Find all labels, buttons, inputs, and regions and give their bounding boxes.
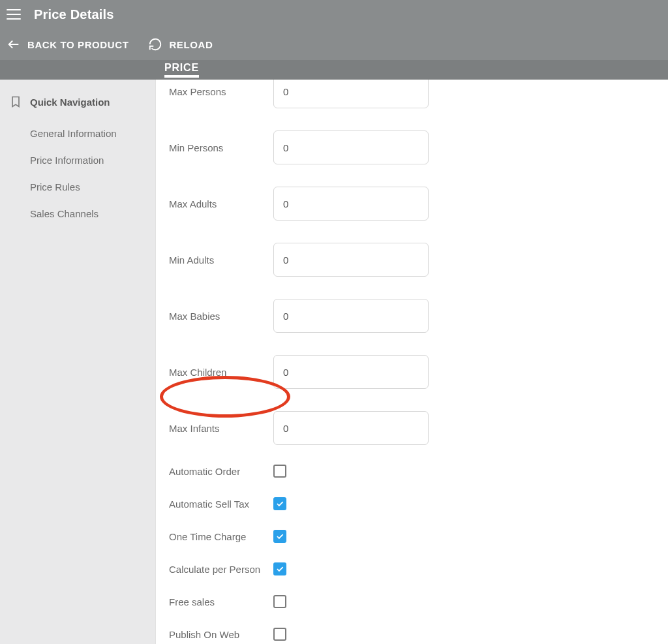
sidebar-item-general-information[interactable]: General Information	[9, 120, 149, 147]
back-button[interactable]: BACK TO PRODUCT	[7, 37, 129, 52]
app-header: Price Details	[0, 0, 668, 29]
checkbox-calculate-per-person[interactable]	[273, 562, 286, 575]
row-calculate-per-person: Calculate per Person	[169, 562, 655, 575]
row-min-persons: Min Persons	[169, 130, 655, 164]
label-max-infants: Max Infants	[169, 423, 273, 434]
reload-icon	[148, 37, 162, 52]
checkbox-one-time-charge[interactable]	[273, 530, 286, 543]
back-button-label: BACK TO PRODUCT	[27, 39, 129, 50]
reload-button[interactable]: RELOAD	[148, 37, 213, 52]
row-publish-on-web: Publish On Web	[169, 628, 655, 641]
sidebar-item-sales-channels[interactable]: Sales Channels	[9, 200, 149, 227]
input-max-adults[interactable]	[273, 187, 429, 221]
row-automatic-order: Automatic Order	[169, 465, 655, 478]
input-max-children[interactable]	[273, 355, 429, 389]
label-max-babies: Max Babies	[169, 311, 273, 322]
quick-nav-heading: Quick Navigation	[9, 95, 149, 108]
row-max-babies: Max Babies	[169, 299, 655, 333]
input-max-persons[interactable]	[273, 80, 429, 108]
reload-button-label: RELOAD	[169, 39, 213, 50]
label-publish-on-web: Publish On Web	[169, 629, 273, 640]
row-automatic-sell-tax: Automatic Sell Tax	[169, 497, 655, 510]
toolbar: BACK TO PRODUCT RELOAD	[0, 29, 668, 60]
row-free-sales: Free sales	[169, 595, 655, 608]
row-max-infants: Max Infants	[169, 411, 655, 445]
main-panel: Max Persons Min Persons Max Adults Min A…	[155, 80, 668, 644]
row-one-time-charge: One Time Charge	[169, 530, 655, 543]
row-max-adults: Max Adults	[169, 187, 655, 221]
label-calculate-per-person: Calculate per Person	[169, 564, 273, 575]
label-automatic-order: Automatic Order	[169, 466, 273, 477]
label-min-persons: Min Persons	[169, 142, 273, 153]
label-max-children: Max Children	[169, 367, 273, 378]
page-title: Price Details	[34, 7, 114, 22]
input-max-infants[interactable]	[273, 411, 429, 445]
sidebar-item-price-information[interactable]: Price Information	[9, 147, 149, 174]
label-max-adults: Max Adults	[169, 198, 273, 209]
label-free-sales: Free sales	[169, 596, 273, 607]
checkbox-publish-on-web[interactable]	[273, 628, 286, 641]
sidebar-item-price-rules[interactable]: Price Rules	[9, 174, 149, 200]
checkbox-automatic-order[interactable]	[273, 465, 286, 478]
label-automatic-sell-tax: Automatic Sell Tax	[169, 498, 273, 510]
bookmark-icon	[9, 95, 22, 108]
row-max-persons: Max Persons	[169, 80, 655, 108]
input-min-persons[interactable]	[273, 130, 429, 164]
arrow-left-icon	[7, 37, 21, 52]
input-max-babies[interactable]	[273, 299, 429, 333]
tab-price[interactable]: PRICE	[164, 62, 199, 78]
sidebar: Quick Navigation General Information Pri…	[0, 80, 155, 644]
label-max-persons: Max Persons	[169, 86, 273, 97]
label-min-adults: Min Adults	[169, 254, 273, 266]
row-min-adults: Min Adults	[169, 243, 655, 277]
tab-strip: PRICE	[0, 60, 668, 80]
row-max-children: Max Children	[169, 355, 655, 389]
checkbox-free-sales[interactable]	[273, 595, 286, 608]
label-one-time-charge: One Time Charge	[169, 531, 273, 542]
menu-icon[interactable]	[7, 5, 25, 23]
input-min-adults[interactable]	[273, 243, 429, 277]
checkbox-automatic-sell-tax[interactable]	[273, 497, 286, 510]
